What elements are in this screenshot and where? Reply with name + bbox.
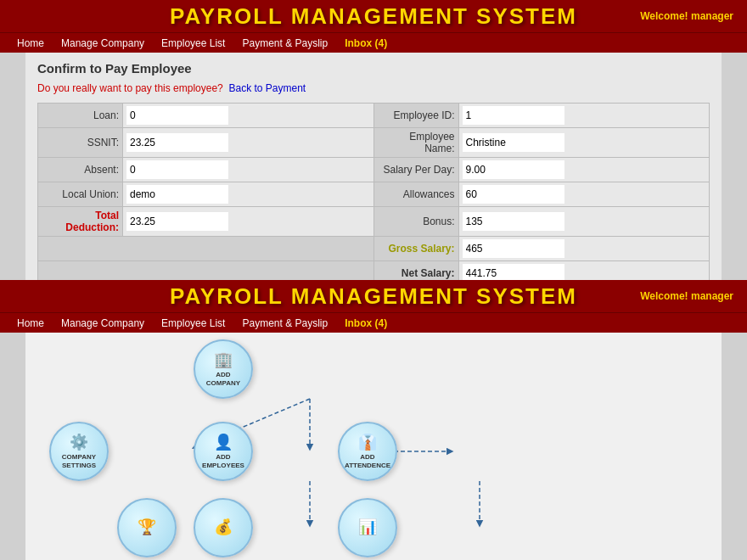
add-company-label: ADDCOMPANY <box>206 371 240 387</box>
absent-label: Absent: <box>38 158 123 182</box>
welcome-area: Welcome! manager <box>640 10 733 22</box>
confirm-question: Do you really want to pay this employee?… <box>37 82 710 94</box>
bottom-welcome-area: Welcome! manager <box>640 290 733 302</box>
local-union-label: Local Union: <box>38 182 123 207</box>
ssnit-input[interactable] <box>126 133 228 152</box>
add-employees-icon: 👤 <box>214 433 233 451</box>
diagram-node-add-attendence[interactable]: 👔 ADDATTENDENCE <box>338 422 397 481</box>
bottom-nav-home[interactable]: Home <box>8 313 53 333</box>
loan-label: Loan: <box>38 104 123 128</box>
diagram-area: 🏢 ADDCOMPANY ⚙️ COMPANYSETTINGS 👤 ADDEMP… <box>25 333 722 560</box>
ssnit-label: SSNIT: <box>38 128 123 158</box>
table-row: Absent: Salary Per Day: <box>38 158 710 182</box>
loan-input[interactable] <box>126 106 228 125</box>
employee-name-input-cell <box>458 128 710 158</box>
bottom-nav-inbox[interactable]: Inbox (4) <box>336 313 396 333</box>
allowances-input-cell <box>458 182 710 207</box>
table-row: Total Deduction: Bonus: <box>38 207 710 237</box>
absent-input[interactable] <box>126 160 228 179</box>
bonus-input-cell <box>458 207 710 237</box>
bottom-nav-bar: Home Manage Company Employee List Paymen… <box>0 312 747 333</box>
bonus-input[interactable] <box>463 212 564 231</box>
employee-id-label: Employee ID: <box>374 104 458 128</box>
total-deduction-input[interactable] <box>126 212 228 231</box>
table-row: SSNIT: Employee Name: <box>38 128 710 158</box>
bottom-header-top: PAYROLL MANAGEMENT SYSTEM Welcome! manag… <box>0 280 747 312</box>
allowances-label: Allowances <box>374 182 458 207</box>
diagram-node-company-settings[interactable]: ⚙️ COMPANYSETTINGS <box>49 422 109 481</box>
bottom-half: PAYROLL MANAGEMENT SYSTEM Welcome! manag… <box>0 280 747 560</box>
back-to-payment-link[interactable]: Back to Payment <box>228 82 306 94</box>
top-half: PAYROLL MANAGEMENT SYSTEM Welcome! manag… <box>0 0 747 280</box>
diagram-node-add-company[interactable]: 🏢 ADDCOMPANY <box>194 339 253 399</box>
header-top: PAYROLL MANAGEMENT SYSTEM Welcome! manag… <box>0 0 747 32</box>
salary-per-day-label: Salary Per Day: <box>374 158 458 182</box>
gross-salary-label: Gross Salary: <box>374 237 458 261</box>
employee-id-input[interactable] <box>463 106 564 125</box>
bottom-right-icon: 📊 <box>358 518 377 536</box>
bottom-left-icon: 🏆 <box>138 518 156 536</box>
diagram-node-bottom-left[interactable]: 🏆 <box>117 498 177 557</box>
salary-per-day-input-cell <box>458 158 710 182</box>
salary-per-day-input[interactable] <box>463 160 564 179</box>
bottom-app-title: PAYROLL MANAGEMENT SYSTEM <box>170 283 577 310</box>
employee-name-input[interactable] <box>463 133 564 152</box>
table-row: Gross Salary: <box>38 237 710 261</box>
add-attendence-label: ADDATTENDENCE <box>345 453 390 469</box>
absent-input-cell <box>123 158 374 182</box>
bottom-welcome-label: Welcome! <box>640 290 688 302</box>
employee-id-input-cell <box>458 104 710 128</box>
gross-salary-input[interactable] <box>463 239 564 258</box>
welcome-label: Welcome! <box>640 10 688 22</box>
page-title: Confirm to Pay Employee <box>37 61 710 76</box>
total-deduction-label: Total Deduction: <box>38 207 123 237</box>
table-row: Loan: Employee ID: <box>38 104 710 128</box>
top-nav-bar: Home Manage Company Employee List Paymen… <box>0 32 747 53</box>
nav-home[interactable]: Home <box>8 33 53 53</box>
bottom-nav-employee-list[interactable]: Employee List <box>153 313 233 333</box>
total-deduction-input-cell <box>123 207 374 237</box>
nav-employee-list[interactable]: Employee List <box>153 33 233 53</box>
employee-name-label: Employee Name: <box>374 128 458 158</box>
local-union-input[interactable] <box>126 185 228 204</box>
bonus-label: Bonus: <box>374 207 458 237</box>
bottom-nav-payment-payslip[interactable]: Payment & Payslip <box>233 313 336 333</box>
ssnit-input-cell <box>123 128 374 158</box>
bottom-welcome-user: manager <box>691 290 733 302</box>
nav-payment-payslip[interactable]: Payment & Payslip <box>233 33 336 53</box>
nav-inbox[interactable]: Inbox (4) <box>336 33 396 53</box>
diagram-node-bottom-mid[interactable]: 💰 <box>194 498 253 557</box>
gross-salary-input-cell <box>458 237 710 261</box>
table-row: Local Union: Allowances <box>38 182 710 207</box>
spacer <box>38 237 374 261</box>
loan-input-cell <box>123 104 374 128</box>
diagram-node-bottom-right[interactable]: 📊 <box>338 498 397 557</box>
diagram-node-add-employees[interactable]: 👤 ADDEMPLOYEES <box>194 422 253 481</box>
welcome-user: manager <box>691 10 733 22</box>
company-settings-icon: ⚙️ <box>70 433 88 451</box>
bottom-mid-icon: 💰 <box>214 518 233 536</box>
local-union-input-cell <box>123 182 374 207</box>
allowances-input[interactable] <box>463 185 564 204</box>
nav-manage-company[interactable]: Manage Company <box>53 33 153 53</box>
add-employees-label: ADDEMPLOYEES <box>202 453 244 469</box>
add-company-icon: 🏢 <box>214 350 233 369</box>
app-title: PAYROLL MANAGEMENT SYSTEM <box>170 3 577 30</box>
company-settings-label: COMPANYSETTINGS <box>62 453 96 469</box>
add-attendence-icon: 👔 <box>358 433 377 451</box>
bottom-nav-manage-company[interactable]: Manage Company <box>53 313 153 333</box>
